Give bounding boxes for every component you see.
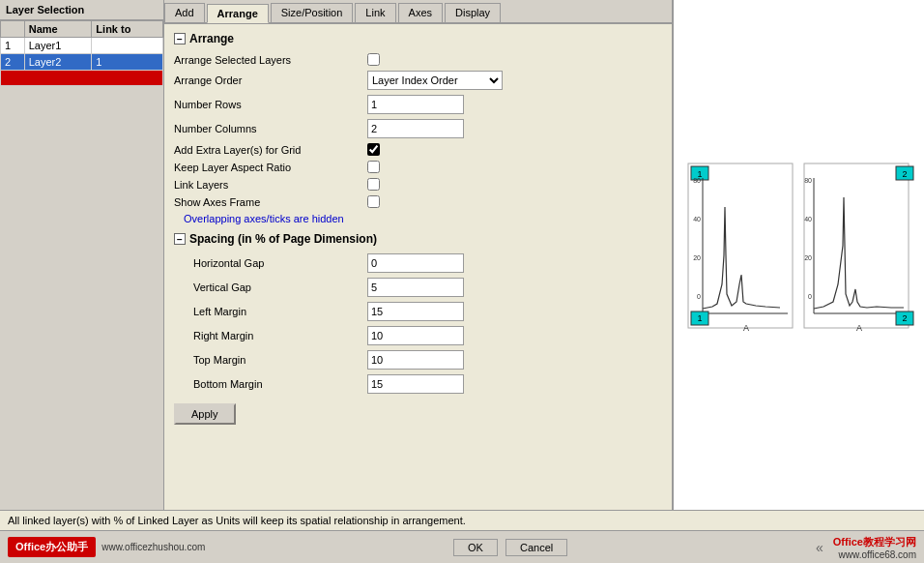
add-extra-layers-checkbox[interactable] xyxy=(367,143,380,156)
col-index xyxy=(1,21,25,38)
table-row[interactable]: 2 Layer2 1 xyxy=(1,54,163,71)
keep-aspect-ratio-label: Keep Layer Aspect Ratio xyxy=(174,162,367,173)
svg-text:A: A xyxy=(742,323,748,333)
collapse-arrange-button[interactable]: − xyxy=(174,33,186,44)
double-arrow-icon[interactable]: « xyxy=(816,540,823,555)
left-panel: Layer Selection Name Link to 1 Layer1 xyxy=(0,0,164,510)
link-layers-row: Link Layers xyxy=(174,178,662,191)
svg-text:2: 2 xyxy=(902,313,907,323)
spacing-section: − Spacing (in % of Page Dimension) Horiz… xyxy=(174,232,662,394)
apply-btn-row: Apply xyxy=(174,403,662,425)
ok-button[interactable]: OK xyxy=(453,539,498,556)
tab-arrange[interactable]: Arrange xyxy=(207,4,269,23)
number-rows-input[interactable] xyxy=(367,95,464,114)
left-margin-row: Left Margin xyxy=(174,302,662,321)
top-margin-row: Top Margin xyxy=(174,350,662,370)
svg-text:1: 1 xyxy=(697,313,702,323)
add-extra-layers-label: Add Extra Layer(s) for Grid xyxy=(174,144,367,156)
add-extra-layers-row: Add Extra Layer(s) for Grid xyxy=(174,143,662,156)
svg-text:0: 0 xyxy=(808,293,812,300)
horizontal-gap-input[interactable] xyxy=(367,253,464,273)
row-name: Layer1 xyxy=(24,38,92,54)
tab-axes[interactable]: Axes xyxy=(398,3,443,22)
svg-text:80: 80 xyxy=(804,177,812,184)
panel-title: Layer Selection xyxy=(0,0,163,20)
spacing-section-header: − Spacing (in % of Page Dimension) xyxy=(174,232,662,246)
col-name: Name xyxy=(24,21,92,38)
svg-text:40: 40 xyxy=(804,216,812,222)
middle-panel: Add Arrange Size/Position Link Axes Disp… xyxy=(164,0,673,510)
vertical-gap-label: Vertical Gap xyxy=(174,282,367,293)
show-axes-frame-checkbox[interactable] xyxy=(367,195,380,208)
row-link: 1 xyxy=(92,54,163,71)
keep-aspect-ratio-checkbox[interactable] xyxy=(367,161,380,173)
row-index: 1 xyxy=(1,38,25,54)
horizontal-gap-row: Horizontal Gap xyxy=(174,253,662,273)
row-name: Layer2 xyxy=(24,54,92,71)
link-layers-checkbox[interactable] xyxy=(367,178,380,191)
top-area: Layer Selection Name Link to 1 Layer1 xyxy=(0,0,924,510)
show-axes-frame-label: Show Axes Frame xyxy=(174,196,367,208)
right-margin-input[interactable] xyxy=(367,326,464,345)
row-index: 2 xyxy=(1,54,25,71)
footer-left: Office办公助手 www.officezhushou.com xyxy=(8,537,205,557)
top-margin-label: Top Margin xyxy=(174,354,367,366)
status-bar: All linked layer(s) with % of Linked Lay… xyxy=(0,510,924,530)
left-margin-input[interactable] xyxy=(367,302,464,321)
arrange-title: Arrange xyxy=(189,32,234,45)
bottom-margin-label: Bottom Margin xyxy=(174,378,367,390)
keep-aspect-ratio-row: Keep Layer Aspect Ratio xyxy=(174,161,662,173)
number-rows-row: Number Rows xyxy=(174,95,662,114)
svg-text:2: 2 xyxy=(902,169,907,179)
content-area: − Arrange Arrange Selected Layers Arrang… xyxy=(164,24,672,510)
arrange-order-select[interactable]: Layer Index Order Custom Order xyxy=(367,71,503,90)
bottom-margin-input[interactable] xyxy=(367,374,464,394)
footer-bar: Office办公助手 www.officezhushou.com OK Canc… xyxy=(0,530,924,563)
svg-rect-12 xyxy=(804,163,909,328)
overlap-warning: Overlapping axes/ticks are hidden xyxy=(184,213,662,224)
cancel-button[interactable]: Cancel xyxy=(505,539,567,556)
arrange-selected-label: Arrange Selected Layers xyxy=(174,54,367,66)
right-margin-row: Right Margin xyxy=(174,326,662,345)
svg-rect-0 xyxy=(688,163,793,328)
tab-size-position[interactable]: Size/Position xyxy=(271,3,354,22)
link-layers-label: Link Layers xyxy=(174,179,367,191)
table-row[interactable]: 1 Layer1 xyxy=(1,38,163,54)
footer-logo: Office办公助手 xyxy=(8,537,96,557)
tab-link[interactable]: Link xyxy=(355,3,395,22)
footer-center: OK Cancel xyxy=(453,539,567,556)
arrange-selected-checkbox[interactable] xyxy=(367,53,380,66)
col-link: Link to xyxy=(92,21,163,38)
bottom-margin-row: Bottom Margin xyxy=(174,374,662,394)
left-margin-label: Left Margin xyxy=(174,306,367,317)
tabs-bar: Add Arrange Size/Position Link Axes Disp… xyxy=(164,0,672,24)
footer-url-right: www.office68.com xyxy=(833,549,916,560)
number-columns-input[interactable] xyxy=(367,119,464,138)
tab-display[interactable]: Display xyxy=(445,3,501,22)
top-margin-input[interactable] xyxy=(367,350,464,370)
arrange-section-header: − Arrange xyxy=(174,32,662,45)
svg-text:80: 80 xyxy=(693,177,701,184)
layer-table: Name Link to 1 Layer1 2 Layer2 1 xyxy=(0,20,163,86)
arrange-order-label: Arrange Order xyxy=(174,74,367,86)
table-row-swatch xyxy=(1,71,163,86)
horizontal-gap-label: Horizontal Gap xyxy=(174,257,367,269)
tab-add[interactable]: Add xyxy=(164,3,205,22)
status-text: All linked layer(s) with % of Linked Lay… xyxy=(8,515,466,526)
svg-text:40: 40 xyxy=(693,216,701,222)
show-axes-frame-row: Show Axes Frame xyxy=(174,195,662,208)
svg-text:A: A xyxy=(855,323,861,333)
spacing-title: Spacing (in % of Page Dimension) xyxy=(189,232,377,246)
right-panel: 1 80 40 20 0 1 A 2 xyxy=(673,0,924,510)
number-columns-label: Number Columns xyxy=(174,123,367,134)
number-columns-row: Number Columns xyxy=(174,119,662,138)
chart-svg: 1 80 40 20 0 1 A 2 xyxy=(683,159,915,352)
vertical-gap-input[interactable] xyxy=(367,278,464,297)
collapse-spacing-button[interactable]: − xyxy=(174,233,186,245)
number-rows-label: Number Rows xyxy=(174,99,367,110)
apply-button[interactable]: Apply xyxy=(174,403,236,425)
arrange-order-row: Arrange Order Layer Index Order Custom O… xyxy=(174,71,662,90)
svg-text:0: 0 xyxy=(697,293,701,300)
svg-text:20: 20 xyxy=(804,254,812,261)
vertical-gap-row: Vertical Gap xyxy=(174,278,662,297)
